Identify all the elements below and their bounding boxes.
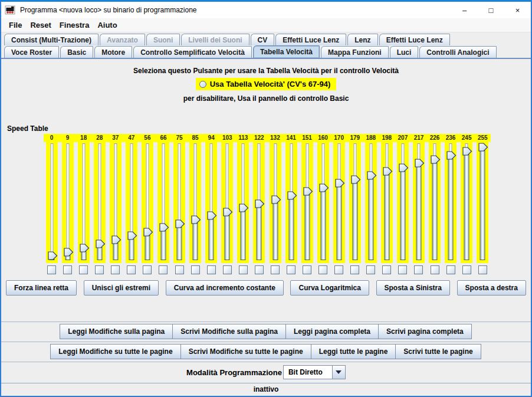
scrivi-modifiche-su-tutte-le-pagine-button[interactable]: Scrivi Modifiche su tutte le pagine [180, 344, 311, 359]
tab-voce-roster[interactable]: Voce Roster [4, 46, 59, 58]
tab-suoni[interactable]: Suoni [146, 34, 180, 45]
maximize-button[interactable]: □ [478, 2, 504, 18]
scrivi-pagina-completa-button[interactable]: Scrivi pagina completa [378, 324, 472, 339]
slider-checkbox-22[interactable] [398, 265, 407, 274]
slider-checkbox-11[interactable] [223, 265, 232, 274]
speed-slider-4[interactable] [107, 142, 123, 263]
slider-thumb[interactable] [191, 215, 201, 224]
slider-checkbox-9[interactable] [191, 265, 200, 274]
slider-checkbox-18[interactable] [334, 265, 343, 274]
slider-thumb[interactable] [399, 163, 409, 172]
slider-track[interactable] [50, 143, 53, 260]
speed-slider-7[interactable] [156, 142, 172, 263]
slider-thumb[interactable] [111, 235, 121, 244]
slider-checkbox-26[interactable] [462, 265, 471, 274]
slider-checkbox-12[interactable] [239, 265, 248, 274]
leggi-modifiche-su-tutte-le-pagine-button[interactable]: Leggi Modifiche su tutte le pagine [50, 344, 180, 359]
tab-mappa-funzioni[interactable]: Mappa Funzioni [321, 46, 389, 58]
sposta-a-destra-button[interactable]: Sposta a destra [457, 280, 526, 296]
slider-thumb[interactable] [64, 248, 74, 257]
speed-slider-27[interactable] [475, 142, 491, 263]
slider-checkbox-13[interactable] [255, 265, 264, 274]
leggi-tutte-le-pagine-button[interactable]: Leggi tutte le pagine [311, 344, 396, 359]
speed-slider-19[interactable] [347, 142, 363, 263]
leggi-pagina-completa-button[interactable]: Leggi pagina completa [285, 324, 379, 339]
slider-thumb[interactable] [319, 183, 329, 192]
slider-checkbox-23[interactable] [414, 265, 423, 274]
programming-mode-select[interactable]: Bit Diretto [283, 365, 346, 379]
speed-slider-16[interactable] [299, 142, 315, 263]
speed-slider-15[interactable] [283, 142, 299, 263]
speed-slider-5[interactable] [123, 142, 139, 263]
tab-consist-multi-trazione[interactable]: Consist (Multi-Trazione) [4, 34, 98, 45]
menu-aiuto[interactable]: Aiuto [93, 19, 121, 31]
slider-checkbox-24[interactable] [431, 265, 439, 274]
slider-thumb[interactable] [80, 244, 90, 252]
slider-thumb[interactable] [383, 167, 393, 176]
slider-thumb[interactable] [96, 239, 106, 248]
slider-checkbox-17[interactable] [318, 265, 327, 274]
speed-slider-6[interactable] [139, 142, 155, 263]
scrivi-tutte-le-pagine-button[interactable]: Scrivi tutte le pagine [395, 344, 481, 359]
slider-thumb[interactable] [446, 151, 457, 160]
slider-thumb[interactable] [367, 171, 377, 180]
speed-slider-26[interactable] [459, 142, 475, 263]
slider-checkbox-4[interactable] [111, 265, 120, 274]
close-button[interactable]: × [504, 2, 531, 18]
scrivi-modifiche-sulla-pagina-button[interactable]: Scrivi Modifiche sulla pagina [172, 324, 286, 339]
slider-checkbox-8[interactable] [175, 265, 184, 274]
speed-slider-24[interactable] [427, 142, 443, 263]
speed-slider-25[interactable] [443, 142, 459, 263]
speed-slider-0[interactable] [44, 142, 60, 263]
slider-thumb[interactable] [287, 191, 297, 200]
speed-slider-12[interactable] [235, 142, 251, 263]
speed-slider-17[interactable] [315, 142, 331, 263]
leggi-modifiche-sulla-pagina-button[interactable]: Leggi Modifiche sulla pagina [60, 324, 173, 339]
slider-thumb[interactable] [207, 211, 217, 220]
menu-reset[interactable]: Reset [26, 19, 55, 31]
tab-luci[interactable]: Luci [390, 46, 419, 58]
curva-ad-incremento-costante-button[interactable]: Curva ad incremento costante [166, 280, 284, 296]
slider-checkbox-10[interactable] [207, 265, 216, 274]
tab-controlli-analogici[interactable]: Controlli Analogici [419, 46, 496, 58]
slider-thumb[interactable] [351, 175, 361, 184]
speed-slider-23[interactable] [411, 142, 427, 263]
tab-motore[interactable]: Motore [94, 46, 132, 58]
forza-linea-retta-button[interactable]: Forza linea retta [6, 280, 77, 296]
speed-slider-13[interactable] [251, 142, 267, 263]
speed-slider-22[interactable] [395, 142, 411, 263]
tab-cv[interactable]: CV [251, 34, 275, 45]
slider-thumb[interactable] [127, 231, 137, 240]
slider-checkbox-1[interactable] [63, 265, 72, 274]
slider-thumb[interactable] [159, 223, 169, 232]
slider-checkbox-20[interactable] [366, 265, 375, 274]
slider-checkbox-6[interactable] [143, 265, 152, 274]
speed-slider-8[interactable] [172, 142, 188, 263]
speed-slider-1[interactable] [60, 142, 75, 263]
slider-checkbox-15[interactable] [287, 265, 295, 274]
slider-checkbox-7[interactable] [159, 265, 168, 274]
menu-finestra[interactable]: Finestra [55, 19, 94, 31]
tab-effetti-luce-lenz[interactable]: Effetti Luce Lenz [379, 34, 450, 45]
slider-checkbox-0[interactable] [47, 265, 56, 274]
minimize-button[interactable]: – [451, 2, 478, 18]
slider-thumb[interactable] [223, 208, 233, 216]
tab-effetti-luce-lenz[interactable]: Effetti Luce Lenz [275, 34, 346, 45]
slider-checkbox-14[interactable] [271, 265, 280, 274]
combo-arrow-button[interactable] [332, 366, 345, 379]
slider-checkbox-16[interactable] [303, 265, 311, 274]
slider-track[interactable] [66, 143, 69, 260]
tab-tabella-velocit[interactable]: Tabella Velocità [253, 45, 320, 58]
slider-thumb[interactable] [143, 228, 153, 237]
slider-thumb[interactable] [48, 251, 58, 260]
slider-thumb[interactable] [175, 219, 185, 228]
slider-thumb[interactable] [271, 195, 281, 204]
tab-livelli-dei-suoni[interactable]: Livelli dei Suoni [181, 34, 249, 45]
speed-slider-3[interactable] [91, 142, 107, 263]
slider-thumb[interactable] [239, 204, 249, 212]
menu-file[interactable]: File [5, 19, 26, 31]
speed-slider-18[interactable] [331, 142, 347, 263]
speed-slider-21[interactable] [379, 142, 395, 263]
tab-lenz[interactable]: Lenz [347, 34, 377, 45]
slider-thumb[interactable] [335, 179, 345, 188]
